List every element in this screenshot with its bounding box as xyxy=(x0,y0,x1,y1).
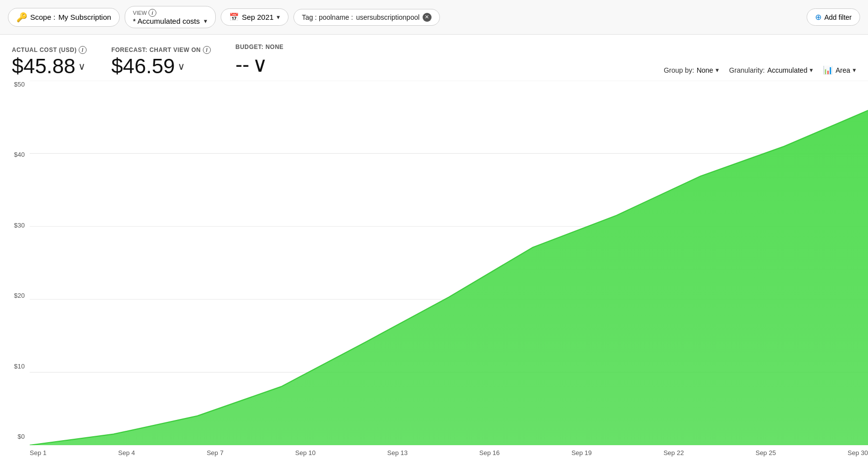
budget-chevron-icon: ∨ xyxy=(252,52,268,77)
forecast-value[interactable]: $46.59 ∨ xyxy=(111,56,211,77)
actual-cost-chevron-icon: ∨ xyxy=(78,61,86,71)
view-value-row: * Accumulated costs ▾ xyxy=(133,17,207,25)
budget-label: BUDGET: NONE xyxy=(236,44,284,50)
scope-label: Scope : xyxy=(30,13,55,21)
y-label-40: $40 xyxy=(14,151,25,158)
x-label-sep13: Sep 13 xyxy=(387,449,408,457)
x-label-sep30: Sep 30 xyxy=(848,449,868,457)
actual-cost-value[interactable]: $45.88 ∨ xyxy=(12,56,87,77)
add-filter-icon: ⊕ xyxy=(815,12,821,22)
x-label-sep19: Sep 19 xyxy=(572,449,592,457)
granularity-label: Granularity: xyxy=(729,66,765,74)
y-label-50: $50 xyxy=(14,81,25,88)
add-filter-label: Add filter xyxy=(824,13,852,21)
forecast-chevron-icon: ∨ xyxy=(178,61,185,71)
granularity-control[interactable]: Granularity: Accumulated ▾ xyxy=(729,66,813,74)
view-button[interactable]: VIEW i * Accumulated costs ▾ xyxy=(125,6,216,28)
chart-type-control[interactable]: 📊 Area ▾ xyxy=(823,65,856,75)
view-chevron-icon: ▾ xyxy=(204,17,207,25)
area-chart xyxy=(30,81,868,445)
scope-value: My Subscription xyxy=(58,13,111,21)
tag-label: Tag : poolname : xyxy=(302,13,353,21)
forecast-info-icon[interactable]: i xyxy=(203,46,211,54)
forecast-label: FORECAST: CHART VIEW ON i xyxy=(111,46,211,54)
granularity-value: Accumulated xyxy=(767,66,807,74)
x-label-sep25: Sep 25 xyxy=(756,449,776,457)
group-by-control[interactable]: Group by: None ▾ xyxy=(664,66,719,74)
x-label-sep4: Sep 4 xyxy=(118,449,135,457)
calendar-icon: 📅 xyxy=(229,12,239,22)
x-label-sep16: Sep 16 xyxy=(480,449,500,457)
tag-close-icon[interactable]: ✕ xyxy=(423,13,432,22)
key-icon: 🔑 xyxy=(16,12,27,23)
y-label-10: $10 xyxy=(14,363,25,370)
chart-section: $50 $40 $30 $20 $10 $0 xyxy=(0,81,868,460)
area-chart-icon: 📊 xyxy=(823,65,833,75)
group-by-value: None xyxy=(697,66,713,74)
actual-cost-label: ACTUAL COST (USD) i xyxy=(12,46,87,54)
date-chevron-icon: ▾ xyxy=(277,13,280,21)
toolbar: 🔑 Scope : My Subscription VIEW i * Accum… xyxy=(0,0,868,35)
y-label-20: $20 xyxy=(14,292,25,299)
budget-block: BUDGET: NONE -- ∨ xyxy=(236,44,284,77)
actual-cost-block: ACTUAL COST (USD) i $45.88 ∨ xyxy=(12,46,87,77)
add-filter-button[interactable]: ⊕ Add filter xyxy=(807,8,860,26)
tag-value: usersubscriptionpool xyxy=(356,13,419,21)
date-value: Sep 2021 xyxy=(242,13,274,21)
x-label-sep7: Sep 7 xyxy=(207,449,224,457)
x-label-sep1: Sep 1 xyxy=(30,449,47,457)
y-label-0: $0 xyxy=(18,433,25,440)
budget-value[interactable]: -- ∨ xyxy=(236,52,284,77)
tag-button[interactable]: Tag : poolname : usersubscriptionpool ✕ xyxy=(293,9,440,26)
y-axis: $50 $40 $30 $20 $10 $0 xyxy=(0,81,30,440)
chart-svg-area xyxy=(30,81,868,445)
view-label: VIEW i xyxy=(133,9,156,17)
chart-type-chevron-icon: ▾ xyxy=(853,66,856,74)
chart-controls: Group by: None ▾ Granularity: Accumulate… xyxy=(664,65,856,77)
cost-area xyxy=(30,110,868,445)
group-by-label: Group by: xyxy=(664,66,694,74)
group-by-chevron-icon: ▾ xyxy=(716,66,719,74)
forecast-block: FORECAST: CHART VIEW ON i $46.59 ∨ xyxy=(111,46,211,77)
view-value: * Accumulated costs xyxy=(133,17,200,25)
chart-type-value: Area xyxy=(835,66,850,74)
view-info-icon[interactable]: i xyxy=(148,9,156,17)
scope-button[interactable]: 🔑 Scope : My Subscription xyxy=(8,8,120,27)
y-label-30: $30 xyxy=(14,222,25,229)
granularity-chevron-icon: ▾ xyxy=(810,66,813,74)
x-label-sep10: Sep 10 xyxy=(295,449,315,457)
x-label-sep22: Sep 22 xyxy=(664,449,684,457)
date-button[interactable]: 📅 Sep 2021 ▾ xyxy=(221,8,289,26)
actual-cost-info-icon[interactable]: i xyxy=(79,46,87,54)
x-axis: Sep 1 Sep 4 Sep 7 Sep 10 Sep 13 Sep 16 S… xyxy=(30,445,868,460)
